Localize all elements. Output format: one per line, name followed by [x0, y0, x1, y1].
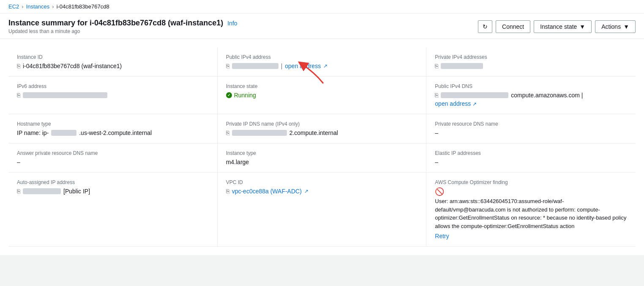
instance-state-value: Running [226, 92, 418, 99]
open-dns-ext-icon: ↗ [472, 101, 477, 107]
field-elastic-ip: Elastic IP addresses – [426, 143, 636, 173]
pipe-sep: | [281, 63, 283, 69]
private-ipv4-value: ⎘ [435, 63, 627, 69]
copy-auto-ip-icon[interactable]: ⎘ [17, 188, 20, 195]
ipv6-redacted [23, 92, 107, 98]
private-resource-dns-label: Private resource DNS name [435, 121, 627, 127]
instance-type-label: Instance type [226, 150, 418, 156]
hostname-type-label: Hostname type [17, 121, 209, 127]
header-actions: ↻ Connect Instance state ▼ Actions ▼ [478, 20, 636, 33]
private-ipv4-redacted [441, 63, 483, 69]
instance-state-button[interactable]: Instance state ▼ [534, 20, 592, 33]
open-dns-address-link[interactable]: open address [435, 100, 471, 107]
instance-type-value: m4.large [226, 159, 418, 165]
refresh-icon: ↻ [483, 23, 488, 30]
copy-ipv6-icon[interactable]: ⎘ [17, 92, 20, 99]
answer-dns-value: – [17, 159, 209, 165]
field-instance-state: Instance state Running [218, 77, 427, 114]
optimizer-error-text: User: arn:aws:sts::634426045170:assumed-… [435, 197, 627, 230]
public-dns-suffix: compute.amazonaws.com | [511, 92, 583, 99]
vpc-id-value: ⎘ vpc-ec0ce88a (WAF-ADC) ↗ [226, 188, 418, 195]
field-answer-private-dns: Answer private resource DNS name – [8, 143, 218, 173]
copy-private-dns-icon[interactable]: ⎘ [226, 129, 229, 136]
actions-chevron-icon: ▼ [623, 23, 629, 30]
field-private-ip-dns: Private IP DNS name (IPv4 only) ⎘ 2.comp… [218, 114, 427, 143]
actions-button[interactable]: Actions ▼ [595, 20, 636, 33]
copy-public-dns-icon[interactable]: ⎘ [435, 92, 438, 99]
answer-dns-label: Answer private resource DNS name [17, 150, 209, 156]
info-link[interactable]: Info [227, 20, 237, 27]
open-address-ext-icon: ↗ [323, 63, 327, 69]
field-ipv6: IPv6 address ⎘ [8, 77, 218, 114]
copy-instance-id-icon[interactable]: ⎘ [17, 63, 20, 69]
private-resource-dns-value: – [435, 129, 627, 136]
copy-vpc-icon[interactable]: ⎘ [226, 188, 229, 195]
elastic-ip-label: Elastic IP addresses [435, 150, 627, 156]
copy-public-ipv4-icon[interactable]: ⎘ [226, 63, 229, 69]
copy-private-ipv4-icon[interactable]: ⎘ [435, 63, 438, 69]
private-resource-dns-text: – [435, 129, 438, 136]
hostname-type-value: IP name: ip- .us-west-2.compute.internal [17, 129, 209, 136]
public-ipv4-dns-label: Public IPv4 DNS [435, 83, 627, 89]
retry-link[interactable]: Retry [435, 233, 449, 239]
optimizer-error-icon: 🚫 [435, 188, 444, 195]
breadcrumb-sep-2: › [52, 3, 54, 10]
elastic-ip-value: – [435, 159, 627, 165]
field-vpc-id: VPC ID ⎘ vpc-ec0ce88a (WAF-ADC) ↗ [218, 173, 427, 247]
field-instance-id: Instance ID ⎘ i-04c81fb83be767cd8 (waf-i… [8, 47, 218, 77]
running-status: Running [226, 92, 256, 99]
field-auto-assigned-ip: Auto-assigned IP address ⎘ [Public IP] [8, 173, 218, 247]
header-left: Instance summary for i-04c81fb83be767cd8… [8, 19, 237, 34]
hostname-redacted [51, 130, 76, 136]
optimizer-label: AWS Compute Optimizer finding [435, 179, 627, 185]
public-ipv4-dns-value: ⎘ compute.amazonaws.com | [435, 92, 627, 99]
main-content: Instance ID ⎘ i-04c81fb83be767cd8 (waf-i… [0, 39, 644, 255]
private-ip-dns-label: Private IP DNS name (IPv4 only) [226, 121, 418, 127]
refresh-button[interactable]: ↻ [478, 20, 492, 33]
optimizer-error-icon-row: 🚫 [435, 188, 627, 195]
private-ipv4-label: Private IPv4 addresses [435, 54, 627, 60]
running-text: Running [234, 92, 256, 99]
breadcrumb-instance-id: i-04c81fb83be767cd8 [57, 3, 109, 10]
hostname-suffix: .us-west-2.compute.internal [79, 129, 152, 136]
private-dns-redacted [232, 130, 287, 136]
instance-id-value: ⎘ i-04c81fb83be767cd8 (waf-instance1) [17, 63, 209, 69]
open-address-link[interactable]: open address [285, 63, 321, 69]
elastic-ip-text: – [435, 159, 438, 165]
instance-state-label: Instance state [540, 23, 577, 30]
auto-ip-redacted [23, 188, 61, 194]
header-title: Instance summary for i-04c81fb83be767cd8… [8, 19, 237, 28]
actions-label: Actions [601, 23, 621, 30]
vpc-ext-icon: ↗ [304, 188, 308, 194]
answer-dns-text: – [17, 159, 20, 165]
auto-ip-suffix: [Public IP] [63, 188, 90, 195]
public-ipv4-redacted [232, 63, 278, 69]
auto-ip-value: ⎘ [Public IP] [17, 188, 209, 195]
instance-type-text: m4.large [226, 159, 249, 165]
instance-state-chevron-icon: ▼ [579, 23, 585, 30]
hostname-prefix: IP name: ip- [17, 129, 49, 136]
field-private-resource-dns: Private resource DNS name – [426, 114, 636, 143]
public-ipv4-value: ⎘ | open address ↗ [226, 63, 418, 69]
breadcrumb: EC2 › Instances › i-04c81fb83be767cd8 [0, 0, 644, 14]
breadcrumb-ec2[interactable]: EC2 [8, 3, 19, 10]
field-public-ipv4-dns: Public IPv4 DNS ⎘ compute.amazonaws.com … [426, 77, 636, 114]
header-title-text: Instance summary for i-04c81fb83be767cd8… [8, 19, 223, 28]
breadcrumb-sep-1: › [22, 3, 23, 10]
breadcrumb-instances[interactable]: Instances [26, 3, 50, 10]
ipv6-value: ⎘ [17, 92, 209, 99]
field-instance-type: Instance type m4.large [218, 143, 427, 173]
auto-ip-label: Auto-assigned IP address [17, 179, 209, 185]
field-optimizer-finding: AWS Compute Optimizer finding 🚫 User: ar… [426, 173, 636, 247]
public-ipv4-label: Public IPv4 address [226, 54, 418, 60]
field-private-ipv4: Private IPv4 addresses ⎘ [426, 47, 636, 77]
public-dns-redacted [441, 92, 508, 98]
running-dot-icon [226, 92, 232, 98]
instance-id-text: i-04c81fb83be767cd8 (waf-instance1) [23, 63, 122, 69]
connect-button[interactable]: Connect [496, 20, 530, 33]
content-grid: Instance ID ⎘ i-04c81fb83be767cd8 (waf-i… [0, 39, 644, 255]
instance-state-label: Instance state [226, 83, 418, 89]
instance-id-label: Instance ID [17, 54, 209, 60]
header-bar: Instance summary for i-04c81fb83be767cd8… [0, 14, 644, 39]
vpc-id-link[interactable]: vpc-ec0ce88a (WAF-ADC) [232, 188, 302, 195]
